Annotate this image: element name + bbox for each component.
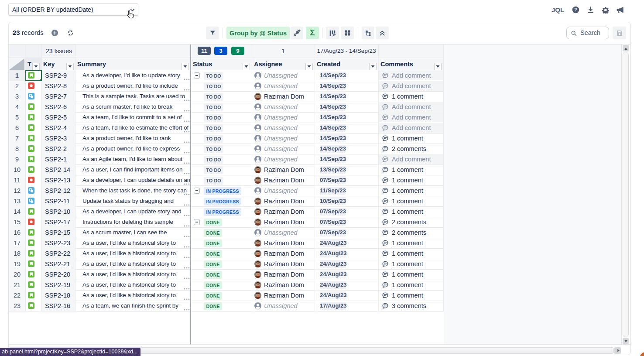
svg-text:?: ? — [574, 7, 577, 12]
